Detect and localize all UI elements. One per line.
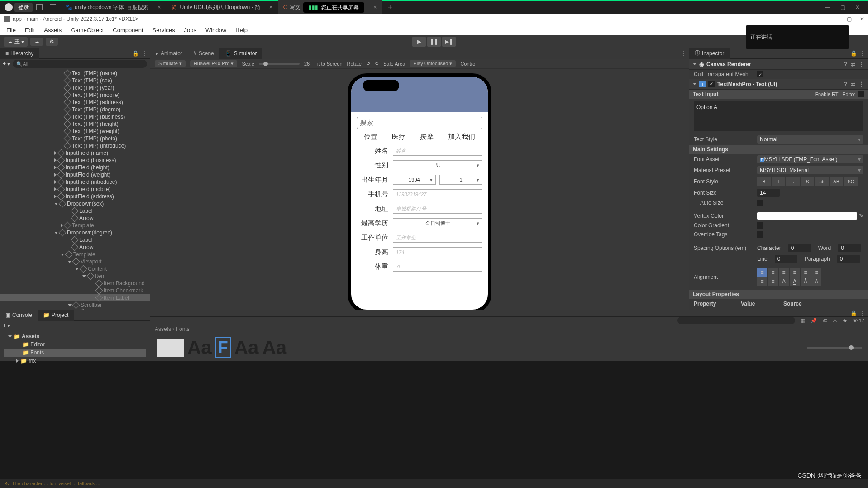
- align-geo-button[interactable]: ≡: [811, 268, 821, 277]
- menu-assets[interactable]: Assets: [44, 27, 62, 33]
- hierarchy-item[interactable]: Text (TMP) (address): [0, 99, 150, 106]
- folder-item[interactable]: 📁 fnx: [4, 357, 146, 365]
- scale-slider[interactable]: [259, 63, 300, 65]
- screen-share-pill[interactable]: ▮▮▮您正在共享屏幕: [303, 2, 364, 13]
- rtl-checkbox[interactable]: [858, 91, 864, 97]
- form-input[interactable]: 70: [393, 262, 482, 272]
- font-glyph-selected[interactable]: F: [215, 337, 231, 358]
- hierarchy-tree[interactable]: Text (TMP) (name)Text (TMP) (sex)Text (T…: [0, 69, 150, 310]
- menu-icon[interactable]: ⋮: [142, 50, 147, 57]
- folder-item[interactable]: 📁 Editor: [4, 340, 146, 349]
- canvas-renderer-header[interactable]: ◉Canvas Renderer ?⇄⋮: [689, 59, 868, 70]
- form-input[interactable]: 174: [393, 247, 482, 257]
- close-window-icon[interactable]: ✕: [855, 4, 860, 10]
- gear-button[interactable]: ⚙: [46, 38, 58, 46]
- menu-icon[interactable]: ⋮: [859, 81, 864, 87]
- hierarchy-item[interactable]: Text (TMP) (sex): [0, 77, 150, 84]
- hierarchy-tab[interactable]: ≡ Hierarchy: [0, 48, 39, 59]
- inspector-tab[interactable]: ⓘ Inspector: [689, 48, 730, 59]
- menu-icon[interactable]: ⋮: [681, 50, 686, 57]
- play-unfocused-dropdown[interactable]: Play Unfocused ▾: [410, 60, 456, 67]
- menu-component[interactable]: Component: [113, 27, 143, 33]
- nav-item[interactable]: 按摩: [420, 133, 434, 141]
- valign-midline-button[interactable]: Ā: [801, 277, 811, 286]
- hierarchy-item[interactable]: InputField (height): [0, 164, 150, 171]
- hierarchy-item[interactable]: Content: [0, 265, 150, 273]
- minimize-icon[interactable]: —: [825, 4, 830, 10]
- step-button[interactable]: ▶❚: [442, 37, 456, 47]
- menu-edit[interactable]: Edit: [25, 27, 35, 33]
- valign-mid-button[interactable]: ≡: [768, 277, 778, 286]
- pause-button[interactable]: ❚❚: [427, 37, 441, 47]
- avatar[interactable]: [5, 3, 13, 11]
- window-icon[interactable]: [50, 4, 56, 10]
- hierarchy-item[interactable]: Item Label: [0, 294, 150, 301]
- hierarchy-item[interactable]: Label: [0, 207, 150, 215]
- browser-tab-3[interactable]: C写文 ▮▮▮您正在共享屏幕 ×: [278, 0, 382, 14]
- hierarchy-item[interactable]: Text (TMP) (photo): [0, 135, 150, 142]
- device-dropdown[interactable]: Huawei P40 Pro ▾: [190, 60, 238, 67]
- asset-thumb[interactable]: [157, 339, 184, 357]
- visibility-badge[interactable]: 👁 17: [853, 318, 864, 323]
- folder-item[interactable]: 📁 Assets: [4, 332, 146, 340]
- rotate-left-icon[interactable]: ↺: [366, 61, 370, 67]
- font-style-button[interactable]: AB: [830, 177, 843, 186]
- hierarchy-item[interactable]: Viewport: [0, 258, 150, 265]
- add-button[interactable]: + ▾: [3, 61, 10, 67]
- nav-item[interactable]: 位置: [364, 133, 377, 141]
- lock-icon[interactable]: 🔒: [850, 310, 857, 316]
- material-preset-dropdown[interactable]: MSYH SDF Material: [757, 166, 863, 174]
- fit-button[interactable]: Fit to Screen: [314, 61, 342, 67]
- hierarchy-item[interactable]: Text (TMP) (height): [0, 120, 150, 128]
- hierarchy-item[interactable]: Text (TMP) (year): [0, 84, 150, 91]
- maximize-icon[interactable]: ▢: [847, 16, 852, 22]
- minimize-icon[interactable]: —: [833, 16, 839, 22]
- assets-area[interactable]: Aa F Aa Aa: [150, 334, 868, 361]
- cloud-button[interactable]: ☁: [30, 38, 43, 46]
- new-tab-button[interactable]: +: [382, 3, 398, 12]
- nav-item[interactable]: 医疗: [392, 133, 405, 141]
- month-dropdown[interactable]: 1: [439, 175, 482, 185]
- nav-item[interactable]: 加入我们: [448, 133, 475, 141]
- tab-scene[interactable]: # Scene: [188, 48, 219, 59]
- align-flush-button[interactable]: ≡: [801, 268, 811, 277]
- tab-simulator[interactable]: 📱 Simulator: [219, 48, 262, 59]
- project-search[interactable]: [677, 317, 795, 324]
- lock-icon[interactable]: 🔒: [850, 50, 857, 57]
- color-gradient-checkbox[interactable]: [757, 222, 763, 229]
- close-icon[interactable]: ×: [157, 4, 161, 10]
- form-input[interactable]: 13932319427: [393, 189, 482, 199]
- simulate-dropdown[interactable]: Simulate ▾: [155, 60, 186, 67]
- word-input[interactable]: 0: [838, 244, 861, 252]
- menu-icon[interactable]: ⋮: [860, 50, 865, 57]
- hierarchy-item[interactable]: InputField (business): [0, 157, 150, 164]
- font-asset-field[interactable]: FMSYH SDF (TMP_Font Asset): [757, 155, 863, 163]
- hierarchy-item[interactable]: Template: [0, 251, 150, 258]
- pin-icon[interactable]: 📌: [811, 318, 817, 324]
- hierarchy-item[interactable]: Text (TMP) (name): [0, 70, 150, 77]
- search-input[interactable]: 搜索: [357, 117, 482, 129]
- override-tags-checkbox[interactable]: [757, 231, 763, 238]
- label-icon[interactable]: 🏷: [822, 318, 827, 323]
- valign-top-button[interactable]: ≡: [757, 277, 767, 286]
- breadcrumb[interactable]: Assets › Fonts: [150, 324, 868, 334]
- hierarchy-item[interactable]: Item Checkmark: [0, 287, 150, 294]
- play-button[interactable]: ▶: [412, 37, 426, 47]
- help-icon[interactable]: ?: [844, 81, 847, 87]
- browser-tab-1[interactable]: 🐾unity dropdown 字体_百度搜索×: [60, 0, 166, 14]
- lock-icon[interactable]: 🔒: [132, 50, 139, 57]
- hierarchy-item[interactable]: Arrow: [0, 215, 150, 222]
- valign-baseline-button[interactable]: A̲: [790, 277, 800, 286]
- align-right-button[interactable]: ≡: [779, 268, 789, 277]
- hierarchy-item[interactable]: Text (TMP) (business): [0, 113, 150, 120]
- login-button[interactable]: 登录: [14, 3, 33, 12]
- form-input[interactable]: 皇城桥路77号: [393, 204, 482, 214]
- hierarchy-item[interactable]: Text (TMP) (introduce): [0, 142, 150, 149]
- text-input-area[interactable]: Option A: [694, 101, 863, 131]
- hierarchy-item[interactable]: Text (TMP) (degree): [0, 106, 150, 113]
- auto-size-checkbox[interactable]: [757, 200, 763, 206]
- font-style-button[interactable]: U: [786, 177, 800, 186]
- font-style-button[interactable]: S: [801, 177, 814, 186]
- text-style-dropdown[interactable]: Normal: [757, 135, 863, 144]
- form-dropdown[interactable]: 男: [393, 160, 482, 170]
